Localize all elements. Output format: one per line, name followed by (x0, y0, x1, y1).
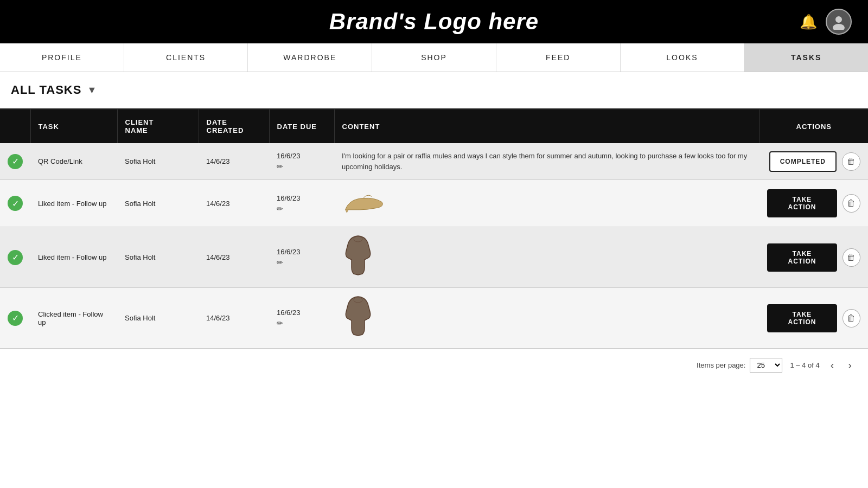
th-date-created: DATECREATED (199, 110, 269, 143)
check-circle-icon: ✓ (8, 196, 23, 211)
delete-button[interactable]: 🗑 (842, 152, 860, 171)
nav-shop[interactable]: SHOP (372, 43, 496, 72)
edit-icon[interactable]: ✏ (277, 258, 327, 267)
take-action-button[interactable]: TAKE ACTION (767, 243, 837, 272)
actions-cell: TAKE ACTION🗑 (760, 180, 868, 227)
date-due-cell: 16/6/23✏ (269, 288, 334, 349)
check-circle-icon: ✓ (8, 311, 23, 326)
edit-icon[interactable]: ✏ (277, 319, 327, 328)
pagination-bar: Items per page: 25 50 100 1 – 4 of 4 ‹ › (0, 349, 868, 381)
date-due-cell: 16/6/23✏ (269, 227, 334, 288)
client-name-cell: Sofia Holt (117, 288, 199, 349)
client-name-cell: Sofia Holt (117, 180, 199, 227)
completed-button[interactable]: COMPLETED (769, 151, 837, 172)
shoe-image (342, 211, 385, 219)
take-action-button[interactable]: TAKE ACTION (767, 304, 837, 332)
next-page-button[interactable]: › (845, 358, 855, 373)
nav-profile[interactable]: PROFILE (0, 43, 124, 72)
check-cell: ✓ (0, 180, 30, 227)
tasks-table: TASK CLIENTNAME DATECREATED DATE DUE CON… (0, 110, 868, 349)
date-created-cell: 14/6/23 (199, 227, 269, 288)
bell-icon[interactable]: 🔔 (800, 14, 817, 30)
prev-page-button[interactable]: ‹ (827, 358, 838, 373)
nav-looks[interactable]: LOOKS (621, 43, 745, 72)
date-due-value: 16/6/23 (277, 309, 327, 317)
th-content: CONTENT (334, 110, 760, 143)
take-action-button[interactable]: TAKE ACTION (767, 189, 837, 217)
date-due-value: 16/6/23 (277, 194, 327, 202)
date-created-cell: 14/6/23 (199, 180, 269, 227)
task-cell: Liked item - Follow up (30, 180, 117, 227)
date-due-cell: 16/6/23✏ (269, 180, 334, 227)
delete-button[interactable]: 🗑 (843, 194, 860, 213)
filter-label: ALL TASKS (11, 83, 81, 97)
items-per-page-label: Items per page: (697, 361, 745, 369)
edit-icon[interactable]: ✏ (277, 162, 327, 171)
bodysuit-image (342, 272, 374, 280)
nav-clients[interactable]: CLIENTS (124, 43, 248, 72)
actions-cell: COMPLETED🗑 (760, 143, 868, 180)
brand-logo: Brand's Logo here (329, 9, 539, 35)
th-actions: ACTIONS (760, 110, 868, 143)
date-due-value: 16/6/23 (277, 152, 327, 160)
bodysuit-image (342, 332, 374, 341)
header-icons: 🔔 (800, 9, 852, 35)
svg-point-1 (833, 24, 845, 30)
content-cell: I'm looking for a pair or raffia mules a… (334, 143, 760, 180)
th-task: TASK (30, 110, 117, 143)
check-cell: ✓ (0, 288, 30, 349)
nav-wardrobe[interactable]: WARDROBE (248, 43, 372, 72)
nav-tasks[interactable]: TASKS (744, 43, 868, 72)
actions-cell: TAKE ACTION🗑 (760, 288, 868, 349)
svg-point-3 (354, 297, 362, 303)
nav-feed[interactable]: FEED (496, 43, 621, 72)
client-name-cell: Sofia Holt (117, 143, 199, 180)
header: Brand's Logo here 🔔 (0, 0, 868, 43)
items-per-page: Items per page: 25 50 100 (697, 358, 782, 373)
table-row: ✓QR Code/LinkSofia Holt14/6/2316/6/23✏I'… (0, 143, 868, 180)
content-cell (334, 288, 760, 349)
check-circle-icon: ✓ (8, 250, 23, 265)
table-row: ✓Liked item - Follow upSofia Holt14/6/23… (0, 180, 868, 227)
delete-button[interactable]: 🗑 (843, 248, 860, 267)
table-row: ✓Liked item - Follow upSofia Holt14/6/23… (0, 227, 868, 288)
check-cell: ✓ (0, 227, 30, 288)
date-created-cell: 14/6/23 (199, 143, 269, 180)
content-text: I'm looking for a pair or raffia mules a… (342, 152, 747, 171)
main-nav: PROFILE CLIENTS WARDROBE SHOP FEED LOOKS… (0, 43, 868, 72)
client-name-cell: Sofia Holt (117, 227, 199, 288)
th-check (0, 110, 30, 143)
content-cell (334, 180, 760, 227)
table-row: ✓Clicked item - Follow upSofia Holt14/6/… (0, 288, 868, 349)
date-due-cell: 16/6/23✏ (269, 143, 334, 180)
date-created-cell: 14/6/23 (199, 288, 269, 349)
content-cell (334, 227, 760, 288)
delete-button[interactable]: 🗑 (843, 309, 860, 328)
check-circle-icon: ✓ (8, 154, 23, 169)
date-due-value: 16/6/23 (277, 248, 327, 256)
task-cell: Liked item - Follow up (30, 227, 117, 288)
task-cell: Clicked item - Follow up (30, 288, 117, 349)
th-date-due: DATE DUE (269, 110, 334, 143)
th-client-name: CLIENTNAME (117, 110, 199, 143)
edit-icon[interactable]: ✏ (277, 204, 327, 213)
avatar[interactable] (826, 9, 852, 35)
page-range: 1 – 4 of 4 (790, 361, 819, 369)
actions-cell: TAKE ACTION🗑 (760, 227, 868, 288)
svg-point-2 (354, 236, 362, 242)
tasks-table-wrapper: TASK CLIENTNAME DATECREATED DATE DUE CON… (0, 108, 868, 349)
filter-bar: ALL TASKS ▼ (0, 72, 868, 108)
task-cell: QR Code/Link (30, 143, 117, 180)
table-header-row: TASK CLIENTNAME DATECREATED DATE DUE CON… (0, 110, 868, 143)
dropdown-chevron-icon[interactable]: ▼ (87, 85, 97, 96)
svg-point-0 (835, 16, 842, 23)
per-page-select[interactable]: 25 50 100 (750, 358, 782, 373)
check-cell: ✓ (0, 143, 30, 180)
